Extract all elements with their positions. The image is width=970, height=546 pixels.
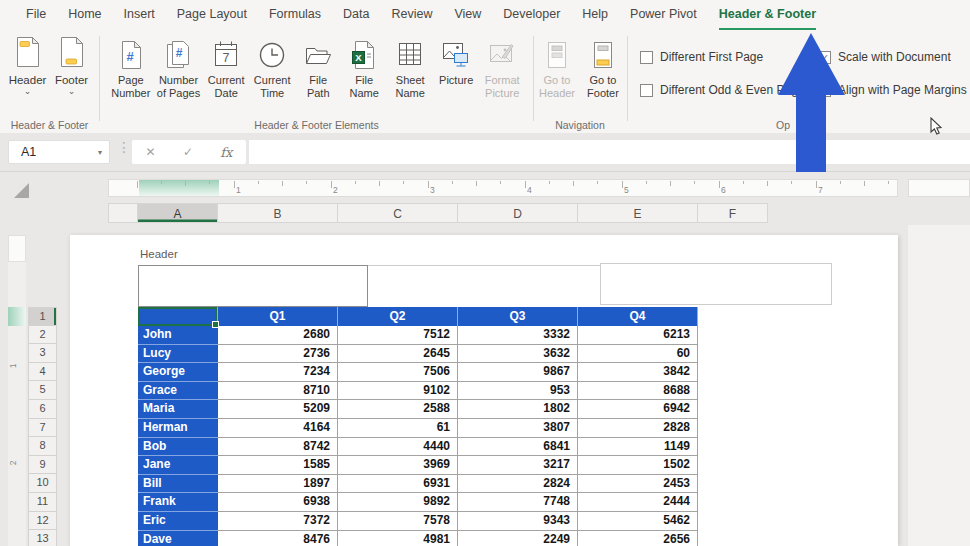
cell-D9[interactable]: 3217 — [458, 456, 578, 475]
row-header-8[interactable]: 8 — [28, 437, 57, 456]
tab-power-pivot[interactable]: Power Pivot — [619, 0, 708, 30]
tab-formulas[interactable]: Formulas — [258, 0, 332, 30]
cancel-icon[interactable]: ✕ — [146, 145, 156, 159]
cell-D10[interactable]: 2824 — [458, 475, 578, 494]
ribbon-button-current-date[interactable]: 7CurrentDate — [203, 30, 249, 99]
cell-B2[interactable]: 2680 — [218, 326, 338, 345]
cell-A13[interactable]: Dave — [138, 531, 218, 546]
cell-B11[interactable]: 6938 — [218, 493, 338, 512]
unchecked-checkbox-icon[interactable] — [640, 84, 653, 97]
row-header-1[interactable]: 1 — [28, 307, 57, 326]
cell-D12[interactable]: 9343 — [458, 512, 578, 531]
ribbon-button-file-name[interactable]: XFileName — [341, 30, 387, 99]
cell-E1[interactable]: Q4 — [578, 307, 698, 326]
cell-A11[interactable]: Frank — [138, 493, 218, 512]
cell-B8[interactable]: 8742 — [218, 438, 338, 457]
column-header-b[interactable]: B — [218, 203, 338, 223]
cell-E9[interactable]: 1502 — [578, 456, 698, 475]
formula-input[interactable] — [249, 140, 970, 164]
ribbon-button-picture[interactable]: Picture — [433, 30, 479, 99]
row-header-13[interactable]: 13 — [28, 530, 57, 546]
ribbon-button-header[interactable]: Header⌄ — [6, 30, 50, 96]
select-all-corner[interactable] — [14, 183, 29, 198]
cell-D8[interactable]: 6841 — [458, 438, 578, 457]
cell-C9[interactable]: 3969 — [338, 456, 458, 475]
cell-E4[interactable]: 3842 — [578, 363, 698, 382]
cell-C4[interactable]: 7506 — [338, 363, 458, 382]
tab-home[interactable]: Home — [57, 0, 112, 30]
column-header-a[interactable]: A — [138, 203, 218, 223]
column-header-e[interactable]: E — [578, 203, 698, 223]
cell-D1[interactable]: Q3 — [458, 307, 578, 326]
insert-function-icon[interactable]: fx — [220, 145, 232, 160]
row-header-4[interactable]: 4 — [28, 363, 57, 382]
cell-B12[interactable]: 7372 — [218, 512, 338, 531]
row-header-12[interactable]: 12 — [28, 512, 57, 531]
tab-help[interactable]: Help — [571, 0, 619, 30]
cell-D5[interactable]: 953 — [458, 382, 578, 401]
cell-E3[interactable]: 60 — [578, 345, 698, 364]
row-header-2[interactable]: 2 — [28, 326, 57, 345]
cell-B4[interactable]: 7234 — [218, 363, 338, 382]
row-header-10[interactable]: 10 — [28, 474, 57, 493]
cell-B7[interactable]: 4164 — [218, 419, 338, 438]
checkbox-different-first-page[interactable]: Different First Page — [640, 50, 763, 64]
cell-A6[interactable]: Maria — [138, 400, 218, 419]
header-section-right[interactable] — [600, 263, 832, 305]
cell-E5[interactable]: 8688 — [578, 382, 698, 401]
cell-A9[interactable]: Jane — [138, 456, 218, 475]
cell-B10[interactable]: 1897 — [218, 475, 338, 494]
cell-A10[interactable]: Bill — [138, 475, 218, 494]
cell-A2[interactable]: John — [138, 326, 218, 345]
cell-D7[interactable]: 3807 — [458, 419, 578, 438]
tab-developer[interactable]: Developer — [492, 0, 571, 30]
cell-C3[interactable]: 2645 — [338, 345, 458, 364]
cell-A12[interactable]: Eric — [138, 512, 218, 531]
cell-C5[interactable]: 9102 — [338, 382, 458, 401]
tab-view[interactable]: View — [443, 0, 492, 30]
row-header-5[interactable]: 5 — [28, 381, 57, 400]
cell-B3[interactable]: 2736 — [218, 345, 338, 364]
cell-D13[interactable]: 2249 — [458, 531, 578, 546]
row-header-3[interactable]: 3 — [28, 344, 57, 363]
cell-A1[interactable] — [138, 307, 218, 326]
cell-C6[interactable]: 2588 — [338, 400, 458, 419]
ribbon-button-page-number[interactable]: #PageNumber — [108, 30, 154, 99]
ribbon-button-go-to-footer[interactable]: Go toFooter — [580, 30, 626, 99]
cell-C10[interactable]: 6931 — [338, 475, 458, 494]
cell-E13[interactable]: 2656 — [578, 531, 698, 546]
cell-C1[interactable]: Q2 — [338, 307, 458, 326]
row-header-9[interactable]: 9 — [28, 456, 57, 475]
cell-E12[interactable]: 5462 — [578, 512, 698, 531]
cell-E10[interactable]: 2453 — [578, 475, 698, 494]
tab-file[interactable]: File — [15, 0, 57, 30]
tab-page-layout[interactable]: Page Layout — [166, 0, 258, 30]
cell-C13[interactable]: 4981 — [338, 531, 458, 546]
cell-B9[interactable]: 1585 — [218, 456, 338, 475]
cell-D4[interactable]: 9867 — [458, 363, 578, 382]
cell-D11[interactable]: 7748 — [458, 493, 578, 512]
unchecked-checkbox-icon[interactable] — [640, 51, 653, 64]
tab-review[interactable]: Review — [380, 0, 443, 30]
cell-A7[interactable]: Herman — [138, 419, 218, 438]
cell-C2[interactable]: 7512 — [338, 326, 458, 345]
cell-D2[interactable]: 3332 — [458, 326, 578, 345]
cell-A5[interactable]: Grace — [138, 382, 218, 401]
row-header-11[interactable]: 11 — [28, 493, 57, 512]
cell-E2[interactable]: 6213 — [578, 326, 698, 345]
cell-C12[interactable]: 7578 — [338, 512, 458, 531]
header-section-center[interactable] — [368, 265, 600, 307]
cell-A8[interactable]: Bob — [138, 438, 218, 457]
cell-E11[interactable]: 2444 — [578, 493, 698, 512]
ribbon-button-sheet-name[interactable]: SheetName — [387, 30, 433, 99]
column-header-c[interactable]: C — [338, 203, 458, 223]
ribbon-button-current-time[interactable]: CurrentTime — [249, 30, 295, 99]
cell-E6[interactable]: 6942 — [578, 400, 698, 419]
cell-B13[interactable]: 8476 — [218, 531, 338, 546]
cell-E8[interactable]: 1149 — [578, 438, 698, 457]
cell-E7[interactable]: 2828 — [578, 419, 698, 438]
enter-icon[interactable]: ✓ — [183, 145, 193, 159]
cell-A3[interactable]: Lucy — [138, 345, 218, 364]
cell-B5[interactable]: 8710 — [218, 382, 338, 401]
row-header-6[interactable]: 6 — [28, 400, 57, 419]
